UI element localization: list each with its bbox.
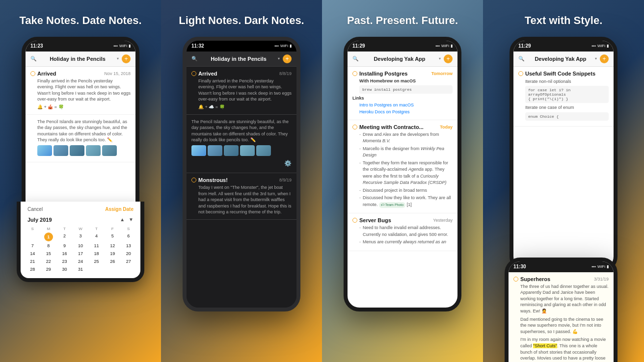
note-meeting-circle	[352, 125, 357, 129]
cal-day-30[interactable]: 30	[56, 265, 73, 273]
note-swift-circle	[518, 71, 523, 76]
note-meeting[interactable]: Meeting with Contracto... Today - Drew a…	[348, 120, 457, 214]
phone-1-toolbar: 🔍 Holiday in the Pencils ▾ +	[26, 52, 135, 67]
cal-header-t: T	[56, 226, 73, 232]
cal-day-20[interactable]: 20	[120, 250, 136, 258]
superheros-note-area: Superheros 3/31/19 The three of us had d…	[509, 272, 614, 362]
cal-day-21[interactable]: 21	[25, 258, 41, 265]
note-dark-arrived-body: Finally arrived in the Pencils yesterday…	[198, 78, 292, 103]
toolbar-2-title[interactable]: Holiday in the Pencils	[200, 56, 277, 62]
toolbar-4-top-title[interactable]: Developing Yak App	[527, 56, 594, 62]
note-item-pencils[interactable]: The Pencil Islands are stunningly beauti…	[26, 115, 135, 162]
cal-day-10[interactable]: 10	[73, 242, 89, 250]
cal-day-11[interactable]: 11	[88, 242, 105, 250]
toolbar-1-title[interactable]: Holiday in the Pencils	[39, 56, 116, 62]
phone-4-bottom-notch: 11:30 ▪▪▪ WiFi ▮	[509, 261, 614, 272]
note-dark-monstrous-date: 8/9/19	[279, 178, 292, 182]
cal-day-3[interactable]: 3	[73, 232, 89, 242]
cal-day-12[interactable]: 12	[105, 242, 121, 250]
swift-iterate-label: Iterate non-nil optionals	[525, 78, 609, 85]
calendar-overlay: Cancel Assign Date July 2019 ▲ ▼ S M T W…	[17, 202, 144, 282]
phone-4-top-content: 🔍 Developing Yak App ▾ + Useful Swift Co…	[513, 52, 614, 268]
note-dark-arrived-date: 8/8/19	[279, 71, 292, 76]
cal-day-26[interactable]: 26	[105, 258, 121, 265]
bullet-marcello-text: Marcello is the designer from Wrinkly Pe…	[363, 146, 453, 159]
search-icon-2[interactable]: 🔍	[191, 56, 197, 61]
cal-header-w: W	[73, 226, 89, 232]
note-arrived-title-row: Arrived	[30, 71, 56, 77]
signal-icon-2: ▪▪▪	[274, 44, 279, 48]
phone-2: 11:32 ▪▪▪ WiFi ▮ 🔍 Holiday in the Pencil…	[183, 37, 300, 311]
cal-day-28[interactable]: 28	[25, 265, 41, 273]
note-meeting-title: Meeting with Contracto...	[359, 124, 424, 130]
cal-day-31[interactable]: 31	[73, 265, 89, 273]
note-photo-4	[86, 145, 101, 156]
add-note-button-3[interactable]: +	[444, 54, 453, 63]
postgres-link-2[interactable]: Heroku Docs on Postgres	[359, 108, 453, 115]
note-arrived-body: Finally arrived in the Pencils yesterday…	[37, 78, 131, 103]
cal-day-25[interactable]: 25	[88, 258, 105, 265]
add-note-button[interactable]: +	[122, 54, 131, 63]
phone-3-notch: 11:29 ▪▪▪ WiFi ▮	[348, 41, 457, 52]
note-item-arrived[interactable]: Arrived Nov 15, 2018 Finally arrived in …	[26, 67, 135, 115]
cal-day-19[interactable]: 19	[105, 250, 121, 258]
panel-4: Text with Style. 11:29 ▪▪▪ WiFi ▮ 🔍 Deve…	[483, 0, 644, 362]
search-icon-3[interactable]: 🔍	[352, 56, 358, 61]
cal-header-s2: S	[120, 226, 136, 232]
cal-next-button[interactable]: ▼	[129, 217, 134, 222]
note-dark-monstrous-circle	[191, 178, 196, 182]
calendar-assign-button[interactable]: Assign Date	[105, 207, 134, 212]
note-superheros-body1: The three of us had dinner together as u…	[520, 284, 609, 314]
note-photo-3	[70, 145, 84, 156]
bullet-email: - Need to handle invalid email addresses…	[359, 225, 453, 238]
cal-day-23[interactable]: 23	[56, 258, 73, 265]
phone-3-content: 🔍 Developing Yak App ▾ + Installing Post…	[348, 52, 457, 308]
cal-day-9[interactable]: 9	[56, 242, 73, 250]
cal-header-f: F	[105, 226, 121, 232]
cal-day-5[interactable]: 5	[105, 232, 121, 242]
cal-day-1[interactable]: 1	[44, 233, 53, 241]
phone-1-notch: 11:23 ▪▪▪ WiFi ▮	[26, 41, 135, 52]
note-dark-monstrous-title-row: Monstrous!	[191, 177, 228, 183]
cal-day-15[interactable]: 15	[41, 250, 57, 258]
cal-day-14[interactable]: 14	[25, 250, 41, 258]
calendar-cancel-button[interactable]: Cancel	[27, 207, 43, 212]
cal-day-17[interactable]: 17	[73, 250, 89, 258]
cal-day-2[interactable]: 2	[56, 232, 73, 242]
cal-day-22[interactable]: 22	[41, 258, 57, 265]
note-dark-monstrous[interactable]: Monstrous! 8/9/19 Today I went on "The M…	[187, 173, 296, 220]
toolbar-3-title[interactable]: Developing Yak App	[361, 56, 438, 62]
note-swift-snippets[interactable]: Useful Swift Code Snippets Iterate non-n…	[513, 67, 614, 127]
note-photo-1	[37, 145, 52, 156]
add-note-button-2[interactable]: +	[283, 54, 292, 63]
cal-prev-button[interactable]: ▲	[120, 217, 125, 222]
note-server-bugs[interactable]: Server Bugs Yesterday - Need to handle i…	[348, 213, 457, 251]
note-meeting-bullets: - Drew and Alex are the developers from …	[359, 131, 453, 208]
cal-day-16[interactable]: 16	[56, 250, 73, 258]
note-dark-arrived[interactable]: Arrived 8/8/19 Finally arrived in the Pe…	[187, 67, 296, 115]
cal-day-24[interactable]: 24	[73, 258, 89, 265]
bullet-drew: - Drew and Alex are the developers from …	[359, 131, 453, 145]
cal-day-4[interactable]: 4	[88, 232, 105, 242]
note-superheros-title-row: Superheros	[513, 276, 550, 282]
note-superheros[interactable]: Superheros 3/31/19 The three of us had d…	[509, 272, 614, 362]
cal-day-8[interactable]: 8	[41, 242, 57, 250]
cal-day-empty	[25, 232, 41, 242]
bullet-marcello: - Marcello is the designer from Wrinkly …	[359, 146, 453, 159]
search-icon-4t[interactable]: 🔍	[518, 56, 524, 61]
add-button-4t[interactable]: +	[600, 54, 609, 63]
cal-day-13[interactable]: 13	[120, 242, 136, 250]
note-postgres[interactable]: Installing Postgres Tomorrow With Homebr…	[348, 67, 457, 120]
note-superheros-body2: Dad mentioned going to the cinema to see…	[520, 316, 609, 335]
cal-day-7[interactable]: 7	[25, 242, 41, 250]
note-swift-title-row: Useful Swift Code Snippets	[518, 71, 609, 77]
postgres-link-1[interactable]: Intro to Postgres on macOS	[359, 102, 453, 108]
cal-day-29[interactable]: 29	[41, 265, 57, 273]
settings-icon[interactable]: ⚙️	[284, 160, 292, 167]
cal-day-6[interactable]: 6	[120, 232, 136, 242]
search-icon[interactable]: 🔍	[30, 56, 36, 61]
cal-day-27[interactable]: 27	[120, 258, 136, 265]
cal-day-18[interactable]: 18	[88, 250, 105, 258]
battery-icon-4b: ▮	[607, 264, 609, 269]
note-dark-pencils[interactable]: The Pencil Islands are stunningly beauti…	[187, 115, 296, 173]
